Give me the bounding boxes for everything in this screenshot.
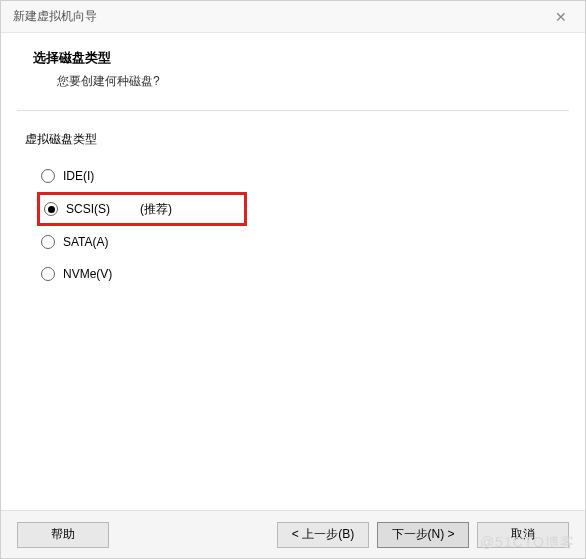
- radio-hint: (推荐): [140, 201, 172, 218]
- radio-label: IDE(I): [63, 169, 133, 183]
- radio-option-ide[interactable]: IDE(I): [37, 160, 561, 192]
- radio-label: NVMe(V): [63, 267, 133, 281]
- radio-option-scsi[interactable]: SCSI(S) (推荐): [37, 192, 247, 226]
- footer: 帮助 < 上一步(B) 下一步(N) > 取消: [1, 510, 585, 558]
- next-button[interactable]: 下一步(N) >: [377, 522, 469, 548]
- content-area: 虚拟磁盘类型 IDE(I) SCSI(S) (推荐) SATA(A) NVMe(…: [1, 111, 585, 510]
- window-title: 新建虚拟机向导: [13, 8, 97, 25]
- radio-label: SCSI(S): [66, 202, 136, 216]
- titlebar: 新建虚拟机向导 ✕: [1, 1, 585, 33]
- radio-icon: [41, 267, 55, 281]
- radio-option-sata[interactable]: SATA(A): [37, 226, 561, 258]
- close-button[interactable]: ✕: [549, 5, 573, 29]
- close-icon: ✕: [555, 9, 567, 25]
- help-button[interactable]: 帮助: [17, 522, 109, 548]
- radio-group: IDE(I) SCSI(S) (推荐) SATA(A) NVMe(V): [25, 160, 561, 290]
- cancel-button[interactable]: 取消: [477, 522, 569, 548]
- radio-icon: [44, 202, 58, 216]
- back-button[interactable]: < 上一步(B): [277, 522, 369, 548]
- group-label: 虚拟磁盘类型: [25, 131, 561, 148]
- radio-icon: [41, 169, 55, 183]
- page-title: 选择磁盘类型: [33, 49, 553, 67]
- page-subtitle: 您要创建何种磁盘?: [33, 73, 553, 90]
- radio-icon: [41, 235, 55, 249]
- radio-label: SATA(A): [63, 235, 133, 249]
- wizard-header: 选择磁盘类型 您要创建何种磁盘?: [1, 33, 585, 110]
- radio-option-nvme[interactable]: NVMe(V): [37, 258, 561, 290]
